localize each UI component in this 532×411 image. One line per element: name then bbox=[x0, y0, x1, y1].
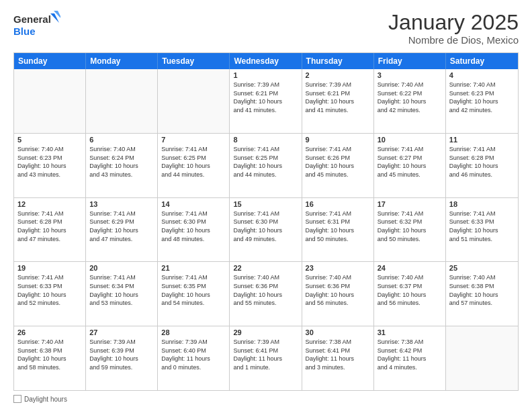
day-number: 6 bbox=[89, 136, 154, 144]
day-info: Sunrise: 7:41 AM Sunset: 6:25 PM Dayligh… bbox=[161, 145, 226, 179]
day-number: 16 bbox=[306, 200, 370, 208]
day-info: Sunrise: 7:40 AM Sunset: 6:37 PM Dayligh… bbox=[378, 273, 442, 307]
calendar-cell: 23Sunrise: 7:40 AM Sunset: 6:36 PM Dayli… bbox=[302, 262, 374, 326]
day-number: 12 bbox=[17, 200, 82, 208]
day-number: 31 bbox=[378, 328, 442, 336]
calendar-cell: 11Sunrise: 7:41 AM Sunset: 6:28 PM Dayli… bbox=[446, 134, 518, 197]
day-number: 21 bbox=[161, 264, 226, 272]
day-info: Sunrise: 7:39 AM Sunset: 6:21 PM Dayligh… bbox=[306, 81, 370, 114]
calendar-cell bbox=[446, 326, 518, 390]
day-info: Sunrise: 7:41 AM Sunset: 6:33 PM Dayligh… bbox=[17, 273, 82, 307]
calendar-row: 26Sunrise: 7:40 AM Sunset: 6:38 PM Dayli… bbox=[14, 326, 518, 390]
daylight-legend-box bbox=[13, 395, 21, 403]
calendar-cell: 10Sunrise: 7:41 AM Sunset: 6:27 PM Dayli… bbox=[374, 134, 446, 197]
day-info: Sunrise: 7:39 AM Sunset: 6:21 PM Dayligh… bbox=[233, 81, 298, 114]
calendar-cell: 7Sunrise: 7:41 AM Sunset: 6:25 PM Daylig… bbox=[158, 134, 230, 197]
cal-header-day: Saturday bbox=[446, 53, 518, 69]
day-number: 20 bbox=[89, 264, 154, 272]
day-info: Sunrise: 7:39 AM Sunset: 6:39 PM Dayligh… bbox=[89, 338, 154, 371]
day-info: Sunrise: 7:41 AM Sunset: 6:32 PM Dayligh… bbox=[378, 210, 442, 243]
svg-text:General: General bbox=[13, 13, 51, 25]
day-info: Sunrise: 7:40 AM Sunset: 6:22 PM Dayligh… bbox=[378, 81, 442, 114]
day-info: Sunrise: 7:41 AM Sunset: 6:29 PM Dayligh… bbox=[89, 210, 154, 243]
calendar-cell: 28Sunrise: 7:39 AM Sunset: 6:40 PM Dayli… bbox=[158, 326, 230, 390]
day-number: 23 bbox=[306, 264, 370, 272]
calendar-cell: 30Sunrise: 7:38 AM Sunset: 6:41 PM Dayli… bbox=[302, 326, 374, 390]
calendar-cell: 18Sunrise: 7:41 AM Sunset: 6:33 PM Dayli… bbox=[446, 198, 518, 262]
cal-header-day: Tuesday bbox=[158, 53, 230, 69]
day-info: Sunrise: 7:40 AM Sunset: 6:38 PM Dayligh… bbox=[17, 338, 82, 371]
day-number: 4 bbox=[449, 71, 515, 79]
footer: Daylight hours bbox=[13, 395, 519, 403]
calendar-cell: 8Sunrise: 7:41 AM Sunset: 6:25 PM Daylig… bbox=[230, 134, 302, 197]
day-number: 25 bbox=[449, 264, 515, 272]
day-number: 19 bbox=[17, 264, 82, 272]
day-info: Sunrise: 7:40 AM Sunset: 6:38 PM Dayligh… bbox=[449, 273, 515, 307]
day-info: Sunrise: 7:39 AM Sunset: 6:40 PM Dayligh… bbox=[161, 338, 226, 371]
day-number: 14 bbox=[161, 200, 226, 208]
cal-header-day: Wednesday bbox=[230, 53, 302, 69]
day-info: Sunrise: 7:41 AM Sunset: 6:30 PM Dayligh… bbox=[233, 210, 298, 243]
calendar-cell: 3Sunrise: 7:40 AM Sunset: 6:22 PM Daylig… bbox=[374, 69, 446, 133]
day-number: 13 bbox=[89, 200, 154, 208]
calendar-cell: 29Sunrise: 7:39 AM Sunset: 6:41 PM Dayli… bbox=[230, 326, 302, 390]
day-number: 5 bbox=[17, 136, 82, 144]
day-number: 8 bbox=[233, 136, 298, 144]
calendar-body: 1Sunrise: 7:39 AM Sunset: 6:21 PM Daylig… bbox=[14, 69, 518, 390]
day-info: Sunrise: 7:41 AM Sunset: 6:35 PM Dayligh… bbox=[161, 273, 226, 307]
calendar-cell: 2Sunrise: 7:39 AM Sunset: 6:21 PM Daylig… bbox=[302, 69, 374, 133]
day-info: Sunrise: 7:41 AM Sunset: 6:28 PM Dayligh… bbox=[449, 145, 515, 179]
calendar-cell: 13Sunrise: 7:41 AM Sunset: 6:29 PM Dayli… bbox=[86, 198, 158, 262]
calendar-cell: 19Sunrise: 7:41 AM Sunset: 6:33 PM Dayli… bbox=[14, 262, 86, 326]
day-number: 3 bbox=[378, 71, 442, 79]
page: General Blue January 2025 Nombre de Dios… bbox=[0, 0, 532, 411]
calendar-row: 1Sunrise: 7:39 AM Sunset: 6:21 PM Daylig… bbox=[14, 69, 518, 133]
calendar-cell: 5Sunrise: 7:40 AM Sunset: 6:23 PM Daylig… bbox=[14, 134, 86, 197]
calendar-cell: 26Sunrise: 7:40 AM Sunset: 6:38 PM Dayli… bbox=[14, 326, 86, 390]
calendar-cell: 20Sunrise: 7:41 AM Sunset: 6:34 PM Dayli… bbox=[86, 262, 158, 326]
day-info: Sunrise: 7:38 AM Sunset: 6:41 PM Dayligh… bbox=[306, 338, 370, 371]
daylight-label: Daylight hours bbox=[24, 396, 67, 403]
logo-svg: General Blue bbox=[13, 11, 60, 40]
day-number: 28 bbox=[161, 328, 226, 336]
day-info: Sunrise: 7:41 AM Sunset: 6:31 PM Dayligh… bbox=[306, 210, 370, 243]
day-info: Sunrise: 7:40 AM Sunset: 6:23 PM Dayligh… bbox=[449, 81, 515, 114]
calendar-cell bbox=[14, 69, 86, 133]
calendar-cell: 25Sunrise: 7:40 AM Sunset: 6:38 PM Dayli… bbox=[446, 262, 518, 326]
day-info: Sunrise: 7:40 AM Sunset: 6:23 PM Dayligh… bbox=[17, 145, 82, 179]
cal-header-day: Sunday bbox=[14, 53, 86, 69]
cal-header-day: Thursday bbox=[302, 53, 374, 69]
day-info: Sunrise: 7:41 AM Sunset: 6:34 PM Dayligh… bbox=[89, 273, 154, 307]
day-info: Sunrise: 7:41 AM Sunset: 6:28 PM Dayligh… bbox=[17, 210, 82, 243]
logo: General Blue bbox=[13, 11, 60, 40]
header: General Blue January 2025 Nombre de Dios… bbox=[13, 11, 519, 46]
calendar-row: 5Sunrise: 7:40 AM Sunset: 6:23 PM Daylig… bbox=[14, 133, 518, 197]
calendar-header: SundayMondayTuesdayWednesdayThursdayFrid… bbox=[14, 53, 518, 69]
day-info: Sunrise: 7:41 AM Sunset: 6:27 PM Dayligh… bbox=[378, 145, 442, 179]
calendar-cell: 31Sunrise: 7:38 AM Sunset: 6:42 PM Dayli… bbox=[374, 326, 446, 390]
calendar-cell: 17Sunrise: 7:41 AM Sunset: 6:32 PM Dayli… bbox=[374, 198, 446, 262]
cal-header-day: Friday bbox=[374, 53, 446, 69]
day-info: Sunrise: 7:41 AM Sunset: 6:26 PM Dayligh… bbox=[306, 145, 370, 179]
day-info: Sunrise: 7:41 AM Sunset: 6:33 PM Dayligh… bbox=[449, 210, 515, 243]
month-title: January 2025 bbox=[388, 11, 519, 34]
cal-header-day: Monday bbox=[86, 53, 158, 69]
calendar-cell: 21Sunrise: 7:41 AM Sunset: 6:35 PM Dayli… bbox=[158, 262, 230, 326]
day-info: Sunrise: 7:40 AM Sunset: 6:24 PM Dayligh… bbox=[89, 145, 154, 179]
svg-text:Blue: Blue bbox=[13, 26, 36, 37]
day-number: 1 bbox=[233, 71, 298, 79]
calendar-cell bbox=[158, 69, 230, 133]
calendar-cell bbox=[86, 69, 158, 133]
calendar-cell: 16Sunrise: 7:41 AM Sunset: 6:31 PM Dayli… bbox=[302, 198, 374, 262]
day-number: 2 bbox=[306, 71, 370, 79]
day-number: 15 bbox=[233, 200, 298, 208]
day-info: Sunrise: 7:38 AM Sunset: 6:42 PM Dayligh… bbox=[378, 338, 442, 371]
calendar-cell: 24Sunrise: 7:40 AM Sunset: 6:37 PM Dayli… bbox=[374, 262, 446, 326]
day-number: 10 bbox=[378, 136, 442, 144]
calendar-cell: 15Sunrise: 7:41 AM Sunset: 6:30 PM Dayli… bbox=[230, 198, 302, 262]
day-info: Sunrise: 7:40 AM Sunset: 6:36 PM Dayligh… bbox=[233, 273, 298, 307]
day-info: Sunrise: 7:41 AM Sunset: 6:30 PM Dayligh… bbox=[161, 210, 226, 243]
calendar-cell: 14Sunrise: 7:41 AM Sunset: 6:30 PM Dayli… bbox=[158, 198, 230, 262]
day-number: 7 bbox=[161, 136, 226, 144]
day-info: Sunrise: 7:39 AM Sunset: 6:41 PM Dayligh… bbox=[233, 338, 298, 371]
